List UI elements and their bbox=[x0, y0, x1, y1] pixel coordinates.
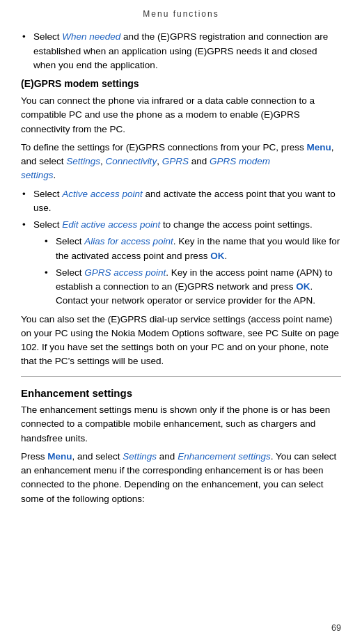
list-item: Select When needed and the (E)GPRS regis… bbox=[21, 30, 341, 72]
active-access-point-link[interactable]: Active access point bbox=[62, 189, 143, 199]
settings-link-2[interactable]: Settings bbox=[123, 451, 157, 462]
enhancement-settings-link[interactable]: Enhancement settings bbox=[178, 451, 271, 462]
gprs-also-paragraph: You can also set the (E)GPRS dial-up ser… bbox=[21, 313, 341, 369]
when-needed-link[interactable]: When needed bbox=[62, 31, 120, 42]
edit-active-access-point-link[interactable]: Edit active access point bbox=[62, 219, 160, 230]
access-point-list: Select Active access point and activate … bbox=[21, 187, 341, 308]
list-item: Select Alias for access point. Key in th… bbox=[33, 235, 341, 263]
gprs-link[interactable]: GPRS bbox=[162, 156, 189, 166]
main-content: Select When needed and the (E)GPRS regis… bbox=[21, 30, 341, 506]
connectivity-link[interactable]: Connectivity bbox=[106, 156, 157, 166]
enhancement-intro-paragraph: The enhancement settings menu is shown o… bbox=[21, 403, 341, 446]
bullet1-prefix: Select bbox=[33, 31, 62, 42]
gprs-intro-paragraph: You can connect the phone via infrared o… bbox=[21, 94, 341, 136]
enhancement-heading: Enhancement settings bbox=[21, 386, 341, 400]
top-bullet-list: Select When needed and the (E)GPRS regis… bbox=[21, 30, 341, 72]
gprs-access-point-link[interactable]: GPRS access point bbox=[84, 267, 166, 278]
list-item: Select Active access point and activate … bbox=[21, 187, 341, 216]
sub-bullet-list: Select Alias for access point. Key in th… bbox=[33, 235, 341, 308]
page-header: Menu functions bbox=[21, 8, 341, 20]
list-item: Select GPRS access point. Key in the acc… bbox=[33, 266, 341, 308]
ok-label-2: OK bbox=[296, 281, 310, 292]
page-container: Menu functions Select When needed and th… bbox=[0, 0, 362, 644]
enhancement-press-paragraph: Press Menu, and select Settings and Enha… bbox=[21, 450, 341, 506]
gprs-define-paragraph: To define the settings for (E)GPRS conne… bbox=[21, 141, 341, 183]
list-item: Select Edit active access point to chang… bbox=[21, 218, 341, 308]
settings-link-1[interactable]: Settings bbox=[66, 156, 100, 166]
menu-link-2[interactable]: Menu bbox=[47, 451, 72, 462]
gprs-modem-heading: (E)GPRS modem settings bbox=[21, 77, 341, 91]
alias-access-point-link[interactable]: Alias for access point bbox=[84, 236, 173, 246]
header-title: Menu functions bbox=[143, 9, 219, 19]
ok-label-1: OK bbox=[210, 251, 224, 261]
section-divider bbox=[21, 376, 341, 377]
menu-link-1[interactable]: Menu bbox=[306, 142, 331, 152]
page-number: 69 bbox=[331, 622, 341, 634]
